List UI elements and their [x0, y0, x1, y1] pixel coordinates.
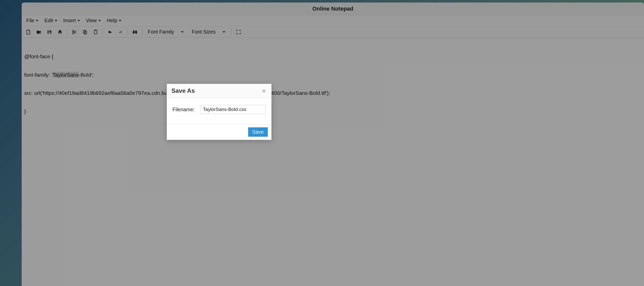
dialog-header: Save As × [167, 84, 271, 98]
dialog-body: Filename: [167, 98, 271, 124]
filename-input[interactable] [200, 105, 266, 114]
save-confirm-button[interactable]: Save [248, 127, 268, 137]
dialog-footer: Save [167, 124, 271, 140]
close-button[interactable]: × [261, 87, 267, 95]
filename-label: Filename: [172, 107, 195, 112]
save-as-dialog: Save As × Filename: Save [167, 84, 272, 140]
app-window: Online Notepad File Edit Insert View Hel… [22, 3, 644, 286]
modal-overlay: Save As × Filename: Save [22, 3, 644, 286]
dialog-title: Save As [171, 87, 195, 94]
